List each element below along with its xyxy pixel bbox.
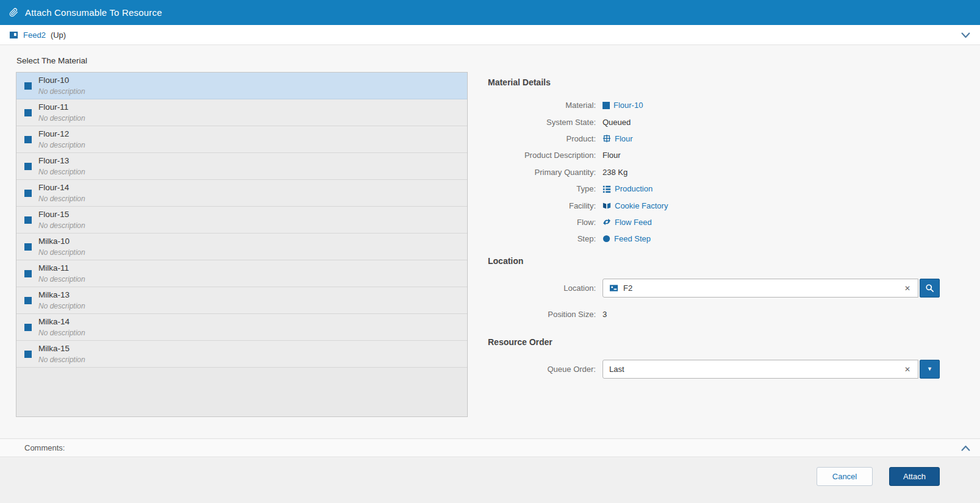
material-description: No description <box>38 87 85 96</box>
detail-label: System State: <box>488 118 603 127</box>
detail-value: Flour <box>603 151 621 160</box>
material-description: No description <box>38 328 85 338</box>
material-list-item[interactable]: Milka-15No description <box>16 341 467 368</box>
material-icon <box>24 351 32 358</box>
detail-row: Material:Flour-10 <box>488 97 957 113</box>
material-list-item[interactable]: Flour-11No description <box>16 99 467 126</box>
comments-bar[interactable]: Comments: <box>0 438 980 457</box>
search-icon <box>925 284 934 293</box>
detail-row: Type:Production <box>488 180 957 197</box>
resource-order-title: Resource Order <box>488 337 553 347</box>
position-size-value: 3 <box>603 310 607 319</box>
material-name: Flour-13 <box>38 155 85 166</box>
material-name: Milka-11 <box>38 263 85 274</box>
queue-order-dropdown-button[interactable]: ▼ <box>920 360 940 379</box>
material-name: Flour-14 <box>38 182 85 193</box>
detail-label: Type: <box>488 184 603 193</box>
position-size-label: Position Size: <box>488 310 603 319</box>
cancel-button[interactable]: Cancel <box>817 467 873 486</box>
queue-order-input[interactable]: Last ✕ <box>603 360 918 379</box>
step-icon <box>603 235 610 243</box>
material-name: Milka-13 <box>38 290 85 301</box>
material-description: No description <box>38 113 85 123</box>
location-value: F2 <box>623 284 898 293</box>
resource-state: (Up) <box>51 30 66 40</box>
material-icon <box>24 216 32 224</box>
detail-value[interactable]: Flour-10 <box>603 101 643 110</box>
detail-value[interactable]: Cookie Factory <box>603 201 668 210</box>
detail-label: Material: <box>488 101 603 110</box>
material-description: No description <box>38 301 85 311</box>
location-search-button[interactable] <box>920 279 940 298</box>
material-icon <box>24 163 32 170</box>
material-list[interactable]: Flour-10No descriptionFlour-11No descrip… <box>16 72 468 417</box>
detail-label: Product: <box>488 134 603 143</box>
material-description: No description <box>38 274 85 284</box>
location-section-title: Location <box>488 256 523 266</box>
detail-row: Flow:Flow Feed <box>488 214 957 230</box>
material-icon <box>24 82 32 90</box>
material-list-item[interactable]: Milka-13No description <box>16 287 467 314</box>
material-name: Milka-10 <box>38 236 85 247</box>
queue-order-label: Queue Order: <box>488 365 603 374</box>
material-description: No description <box>38 140 85 150</box>
detail-value: Queued <box>603 118 631 127</box>
material-name: Flour-11 <box>38 102 85 113</box>
detail-value: 238 Kg <box>603 168 628 177</box>
location-input[interactable]: F2 ✕ <box>603 279 918 298</box>
material-icon <box>24 324 32 331</box>
position-size-row: Position Size: 3 <box>488 310 607 319</box>
material-list-item[interactable]: Flour-14No description <box>16 180 467 207</box>
resource-bar[interactable]: Feed2 (Up) <box>0 25 980 45</box>
clear-icon[interactable]: ✕ <box>903 365 912 374</box>
detail-value[interactable]: Feed Step <box>603 234 651 243</box>
detail-label: Facility: <box>488 201 603 210</box>
material-list-item[interactable]: Flour-15No description <box>16 207 467 234</box>
material-icon <box>24 109 32 116</box>
material-list-item[interactable]: Flour-10No description <box>16 73 467 99</box>
material-list-item[interactable]: Flour-13No description <box>16 153 467 180</box>
resource-icon <box>9 30 18 40</box>
material-description: No description <box>38 355 85 365</box>
clear-icon[interactable]: ✕ <box>903 284 912 293</box>
select-material-label: Select The Material <box>16 56 87 65</box>
material-list-item[interactable]: Milka-10No description <box>16 234 467 260</box>
detail-row: Facility:Cookie Factory <box>488 197 957 213</box>
comments-label: Comments: <box>24 443 65 452</box>
detail-label: Primary Quantity: <box>488 168 603 177</box>
queue-order-value: Last <box>609 365 898 374</box>
material-list-item[interactable]: Flour-12No description <box>16 126 467 153</box>
location-label: Location: <box>488 284 603 293</box>
material-icon <box>24 136 32 143</box>
material-icon <box>24 190 32 197</box>
material-description: No description <box>38 248 85 257</box>
material-name: Flour-12 <box>38 129 85 140</box>
detail-value[interactable]: Flour <box>603 134 633 143</box>
product-icon <box>603 134 611 143</box>
chevron-down-icon[interactable] <box>960 29 971 41</box>
material-name: Milka-14 <box>38 316 85 327</box>
material-description: No description <box>38 221 85 230</box>
flow-icon <box>603 218 611 226</box>
detail-value[interactable]: Flow Feed <box>603 218 652 227</box>
detail-row: Step:Feed Step <box>488 230 957 247</box>
material-list-item[interactable]: Milka-14No description <box>16 314 467 341</box>
resource-name: Feed2 <box>23 30 46 40</box>
material-description: No description <box>38 194 85 204</box>
material-details-title: Material Details <box>488 77 551 87</box>
detail-label: Step: <box>488 234 603 243</box>
location-row: Location: F2 ✕ <box>488 279 940 298</box>
chevron-up-icon[interactable] <box>960 443 971 454</box>
detail-row: Primary Quantity:238 Kg <box>488 164 957 180</box>
dialog-footer: Cancel Attach <box>0 458 980 503</box>
queue-order-row: Queue Order: Last ✕ ▼ <box>488 360 940 379</box>
material-name: Flour-10 <box>38 75 85 86</box>
paperclip-icon <box>9 7 18 18</box>
dialog-title: Attach Consumable To Resource <box>25 7 162 18</box>
material-name: Milka-15 <box>38 343 85 354</box>
facility-icon <box>603 201 611 210</box>
attach-button[interactable]: Attach <box>889 467 940 486</box>
detail-value[interactable]: Production <box>603 184 653 193</box>
material-list-item[interactable]: Milka-11No description <box>16 260 467 287</box>
location-icon <box>609 284 618 293</box>
